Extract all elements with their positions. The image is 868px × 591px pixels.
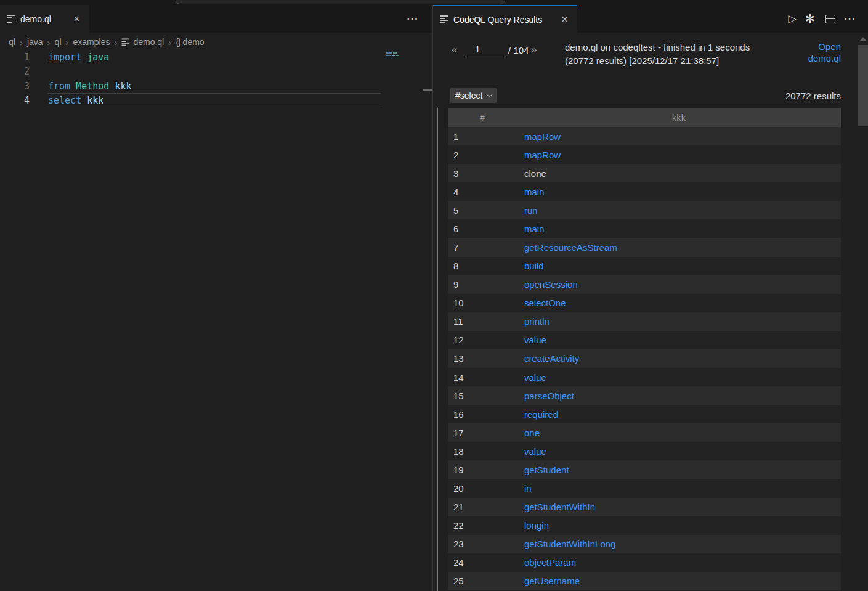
code-token: import [48, 52, 87, 63]
row-index: 10 [448, 298, 517, 308]
pagination-page-input[interactable] [466, 41, 505, 57]
editor-actions-more-icon[interactable]: ··· [404, 5, 422, 33]
row-value-cell: selectOne [517, 298, 841, 308]
row-index: 1 [448, 131, 517, 142]
table-row: 16required [448, 405, 841, 423]
open-query-file-link-line1[interactable]: Open [808, 41, 841, 52]
breadcrumb-separator: › [114, 37, 117, 47]
code-token: java [87, 52, 109, 63]
open-query-file-link[interactable]: Open demo.ql [808, 41, 841, 64]
ai-assistant-icon[interactable]: ✻ [802, 5, 818, 33]
row-value-cell: objectParam [517, 557, 841, 568]
pagination-last-button[interactable]: » [531, 44, 537, 56]
result-link[interactable]: getStudentWithInLong [524, 539, 615, 549]
row-value-cell: getResourceAsStream [517, 242, 841, 253]
close-icon[interactable]: ✕ [559, 14, 570, 25]
table-row: 15parseObject [448, 386, 841, 405]
table-row: 22longin [448, 516, 841, 535]
code-line[interactable]: 4select kkk [0, 94, 431, 108]
result-link[interactable]: println [524, 316, 550, 327]
result-link[interactable]: run [524, 205, 538, 216]
code-text: select kkk [48, 95, 103, 106]
row-value-cell: in [517, 483, 841, 494]
row-value-cell: run [517, 205, 841, 216]
breadcrumb-item-file[interactable]: demo.ql [121, 37, 164, 47]
row-index: 6 [448, 224, 517, 234]
code-editor-lines[interactable]: 1import java23from Method kkk4select kkk [0, 50, 431, 108]
breadcrumb-item-symbol[interactable]: {} demo [176, 37, 204, 47]
row-index: 17 [448, 428, 517, 438]
table-row: 12value [448, 331, 841, 349]
result-link[interactable]: openSession [524, 279, 578, 290]
tab-demo-ql[interactable]: demo.ql ✕ [0, 5, 89, 33]
result-link[interactable]: mapRow [524, 150, 561, 160]
result-link[interactable]: main [524, 187, 545, 197]
results-table: # kkk 1mapRow2mapRow3clone4main5run6main… [448, 108, 841, 590]
pagination-total-label: / 104 [508, 45, 529, 55]
breadcrumb-item-ql[interactable]: ql [9, 37, 15, 47]
tab-codeql-query-results-label: CodeQL Query Results [453, 15, 542, 25]
result-link[interactable]: getUsername [524, 576, 580, 586]
result-set-select[interactable]: #select [450, 88, 497, 103]
vscode-window: « / 104 » demo.ql on codeqltest - finish… [0, 0, 868, 591]
row-index: 21 [448, 502, 517, 512]
row-index: 23 [448, 539, 517, 549]
breadcrumb-item-examples[interactable]: examples [73, 37, 110, 47]
column-header-kkk: kkk [517, 112, 841, 123]
result-link[interactable]: in [524, 483, 532, 494]
result-link[interactable]: getResourceAsStream [524, 242, 617, 253]
query-status-text: demo.ql on codeqltest - finished in 1 se… [565, 41, 777, 68]
row-value-cell: main [517, 224, 841, 234]
minimap[interactable] [386, 52, 399, 57]
result-count-label: 20772 results [785, 91, 841, 101]
result-link[interactable]: one [524, 428, 540, 438]
result-link[interactable]: required [524, 409, 558, 420]
row-index: 3 [448, 168, 517, 179]
close-icon[interactable]: ✕ [71, 14, 82, 24]
result-link[interactable]: build [524, 261, 544, 271]
row-value-cell: value [517, 446, 841, 457]
result-link[interactable]: objectParam [524, 557, 576, 568]
open-query-file-link-line2[interactable]: demo.ql [808, 52, 841, 64]
scrollbar-thumb[interactable] [858, 45, 868, 126]
code-line[interactable]: 3from Method kkk [0, 79, 431, 94]
result-link[interactable]: value [524, 372, 546, 383]
result-link[interactable]: value [524, 335, 546, 345]
code-line[interactable]: 1import java [0, 50, 431, 65]
tab-codeql-query-results[interactable]: CodeQL Query Results ✕ [433, 5, 577, 33]
result-link[interactable]: getStudent [524, 465, 569, 475]
row-index: 13 [448, 353, 517, 364]
row-index: 25 [448, 576, 517, 586]
table-row: 24objectParam [448, 553, 841, 572]
result-link[interactable]: getStudentWithIn [524, 502, 595, 512]
breadcrumb-item-java[interactable]: java [27, 37, 43, 47]
result-link[interactable]: createActivity [524, 353, 579, 364]
table-row: 5run [448, 201, 841, 219]
query-status-line2: (20772 results) [2025/12/17 21:38:57] [565, 54, 777, 68]
code-line[interactable]: 2 [0, 65, 431, 79]
row-value-cell: mapRow [517, 131, 841, 142]
editor-group-divider[interactable] [432, 5, 433, 591]
result-link[interactable]: main [524, 224, 545, 234]
result-link[interactable]: mapRow [524, 131, 561, 142]
split-editor-icon[interactable] [823, 5, 838, 33]
panel-more-actions-icon[interactable]: ··· [842, 5, 859, 33]
line-number: 4 [0, 95, 30, 106]
result-link[interactable]: longin [524, 520, 549, 531]
breadcrumb-item-ql2[interactable]: ql [55, 37, 62, 47]
pagination-first-button[interactable]: « [452, 44, 457, 56]
file-icon [440, 15, 448, 23]
row-value-cell: value [517, 372, 841, 383]
row-value-cell: getStudentWithInLong [517, 539, 841, 549]
breadcrumb-separator: › [66, 37, 69, 47]
row-index: 14 [448, 372, 517, 383]
table-row: 1mapRow [448, 127, 841, 145]
result-link[interactable]: value [524, 446, 546, 457]
result-link[interactable]: parseObject [524, 391, 574, 401]
run-query-icon[interactable]: ▷ [785, 5, 800, 33]
result-link[interactable]: selectOne [524, 298, 566, 308]
scrollbar-up-arrow-icon[interactable] [859, 37, 867, 41]
code-token: from [48, 81, 76, 92]
breadcrumb-separator: › [20, 37, 23, 47]
file-icon [122, 38, 129, 46]
